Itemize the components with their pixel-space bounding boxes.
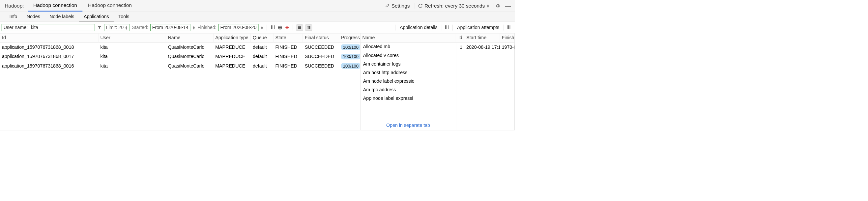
top-tab-label: Hadoop connection — [33, 2, 77, 8]
list-item[interactable]: Am node label expressio — [360, 77, 456, 85]
th-state[interactable]: State — [273, 33, 303, 42]
list-item[interactable]: Am rpc address — [360, 85, 456, 94]
progress-badge: 100/100 — [341, 63, 360, 69]
cell-name: QuasiMonteCarlo — [166, 62, 214, 70]
columns-icon[interactable] — [271, 25, 276, 30]
data-panes: Id User Name Application type Queue Stat… — [0, 33, 515, 130]
tab-hadoop-connection-1[interactable]: Hadoop connection — [28, 0, 82, 11]
th-start-time[interactable]: Start time — [464, 33, 500, 42]
cell-final-status: SUCCEEDED — [303, 52, 339, 61]
list-item[interactable]: Am host http address — [360, 68, 456, 77]
view-list-button[interactable] — [296, 24, 303, 31]
limit-label: Limit: 20 — [106, 25, 124, 30]
refresh-button[interactable]: Refresh: every 30 seconds ▲▼ — [414, 3, 491, 8]
gear-icon — [495, 3, 500, 8]
app-table-head: Id User Name Application type Queue Stat… — [0, 33, 360, 42]
stepper-icon: ▲▼ — [125, 26, 128, 29]
cell-state: FINISHED — [273, 62, 303, 70]
th-queue[interactable]: Queue — [251, 33, 274, 42]
details-head: Name — [360, 33, 456, 42]
details-list: Allocated mb Allocated v cores Am contai… — [360, 42, 456, 121]
th-name[interactable]: Name — [166, 33, 214, 42]
cell-queue: default — [251, 52, 274, 61]
user-name-label: User name: — [4, 25, 28, 30]
user-filter[interactable]: User name: — [2, 24, 95, 31]
stepper-icon: ▲▼ — [486, 4, 489, 8]
th-id[interactable]: Id — [456, 33, 464, 42]
cell-app-type: MAPREDUCE — [213, 52, 251, 61]
divider — [395, 25, 396, 31]
cell-progress: 100/100 — [339, 52, 360, 61]
sub-tab-label: Tools — [118, 13, 129, 19]
settings-label: Settings — [392, 3, 410, 8]
application-details-panel: Name Allocated mb Allocated v cores Am c… — [360, 33, 456, 130]
th-finished[interactable]: Finishe — [500, 33, 515, 42]
finished-label: Finished: — [197, 25, 217, 30]
divider — [292, 25, 293, 31]
started-date[interactable]: From 2020-08-14 — [150, 24, 190, 31]
filter-icon[interactable] — [97, 25, 102, 30]
sub-tab-node-labels[interactable]: Node labels — [45, 12, 79, 22]
started-value: From 2020-08-14 — [152, 25, 188, 30]
stepper-icon[interactable]: ▲▼ — [192, 26, 195, 29]
started-label: Started: — [132, 25, 148, 30]
list-item[interactable]: Am container logs — [360, 60, 456, 68]
top-tabs-right: Settings Refresh: every 30 seconds ▲▼ — — [383, 0, 515, 11]
cell-finished: 1970-0 — [500, 43, 515, 52]
attempts-head: Id Start time Finishe — [456, 33, 515, 42]
th-final-status[interactable]: Final status — [303, 33, 339, 42]
th-user[interactable]: User — [98, 33, 166, 42]
columns-icon[interactable] — [443, 25, 452, 30]
app-table-body: application_1597076731868_0018 kita Quas… — [0, 42, 360, 70]
sub-tab-info[interactable]: Info — [5, 12, 22, 22]
list-item[interactable]: App node label expressi — [360, 94, 456, 102]
cell-state: FINISHED — [273, 43, 303, 52]
cell-id: application_1597076731868_0016 — [0, 62, 98, 70]
user-name-input[interactable] — [31, 25, 93, 31]
table-row[interactable]: application_1597076731868_0017 kita Quas… — [0, 52, 360, 61]
sub-tab-nodes[interactable]: Nodes — [22, 12, 45, 22]
globe-icon[interactable] — [277, 25, 282, 30]
bug-icon[interactable] — [284, 25, 289, 30]
open-in-separate-tab-link[interactable]: Open in separate tab — [360, 121, 456, 130]
table-row[interactable]: application_1597076731868_0016 kita Quas… — [0, 61, 360, 70]
cell-state: FINISHED — [273, 52, 303, 61]
hadoop-label: Hadoop: — [0, 3, 28, 8]
th-app-type[interactable]: Application type — [213, 33, 251, 42]
cell-user: kita — [98, 52, 166, 61]
table-row[interactable]: 1 2020-08-19 17:17:22 1970-0 — [456, 42, 515, 52]
sub-tab-applications[interactable]: Applications — [79, 12, 114, 22]
svg-rect-2 — [298, 26, 301, 27]
tab-hadoop-connection-2[interactable]: Hadoop connection — [82, 0, 137, 11]
cell-name: QuasiMonteCarlo — [166, 43, 214, 52]
table-row[interactable]: application_1597076731868_0018 kita Quas… — [0, 42, 360, 52]
columns-icon[interactable] — [505, 25, 513, 30]
cell-queue: default — [251, 62, 274, 70]
cell-app-type: MAPREDUCE — [213, 62, 251, 70]
sub-tab-tools[interactable]: Tools — [114, 12, 134, 22]
view-split-button[interactable] — [305, 24, 312, 31]
finished-value: From 2020-08-20 — [220, 25, 256, 30]
svg-rect-4 — [298, 28, 301, 29]
list-item[interactable]: Allocated v cores — [360, 51, 456, 60]
cell-app-type: MAPREDUCE — [213, 43, 251, 52]
cell-id: application_1597076731868_0018 — [0, 43, 98, 52]
details-panel-header: Application details Application attempts — [394, 25, 513, 31]
divider — [503, 25, 504, 31]
list-item[interactable]: Allocated mb — [360, 42, 456, 51]
sub-tab-bar: Info Nodes Node labels Applications Tool… — [0, 12, 515, 22]
svg-rect-3 — [298, 27, 301, 28]
settings-button[interactable]: Settings — [383, 3, 412, 8]
refresh-label: Refresh: every 30 seconds — [425, 3, 485, 8]
limit-stepper[interactable]: Limit: 20 ▲▼ — [104, 24, 130, 31]
stepper-icon[interactable]: ▲▼ — [260, 26, 263, 29]
th-name[interactable]: Name — [360, 33, 456, 42]
th-progress[interactable]: Progress — [339, 33, 360, 42]
th-id[interactable]: Id — [0, 33, 98, 42]
cell-user: kita — [98, 62, 166, 70]
minimize-button[interactable]: — — [504, 2, 512, 9]
sub-tab-label: Applications — [84, 13, 109, 19]
gear-button[interactable] — [494, 3, 501, 8]
finished-date[interactable]: From 2020-08-20 — [218, 24, 259, 31]
top-tab-label: Hadoop connection — [88, 2, 132, 8]
